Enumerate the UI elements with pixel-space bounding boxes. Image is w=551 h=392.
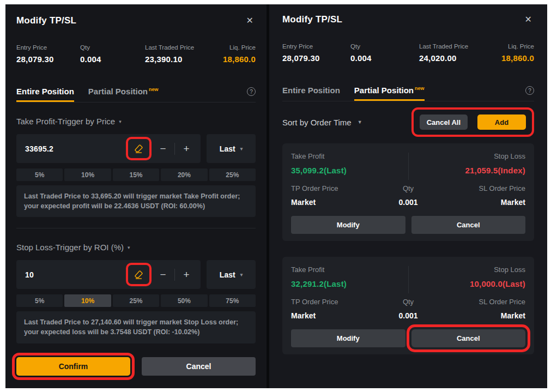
tp-order-price-block: TP Order Price Market — [291, 184, 368, 207]
stop-loss-trigger-value: 21,059.5(Index) — [465, 166, 525, 175]
cancel-order-button[interactable]: Cancel — [411, 216, 526, 234]
modify-tpsl-dialog-partial: Modify TP/SL ✕ Entry Price 28,079.30 Qty… — [269, 4, 547, 388]
close-icon[interactable]: ✕ — [244, 15, 256, 26]
sl-percent-75[interactable]: 75% — [209, 294, 256, 307]
take-profit-section-title[interactable]: Take Profit-Trigger by Price ▾ — [16, 117, 256, 126]
take-profit-trigger-value: 32,291.2(Last) — [291, 279, 347, 288]
help-icon[interactable]: ? — [247, 87, 256, 96]
stop-loss-note: Last Traded Price to 27,140.60 will trig… — [16, 311, 256, 343]
modify-tpsl-dialog-entire: Modify TP/SL ✕ Entry Price 28,079.30 Qty… — [5, 4, 267, 388]
triangle-down-icon: ▼ — [358, 119, 362, 125]
stop-loss-section-title[interactable]: Stop Loss-Trigger by ROI (%) ▾ — [16, 243, 256, 252]
tab-partial-position[interactable]: Partial Positionnew — [88, 87, 159, 102]
tp-percent-10[interactable]: 10% — [64, 168, 111, 181]
tp-order-price-block: TP Order Price Market — [291, 298, 368, 320]
tab-entire-position[interactable]: Entire Position — [282, 86, 340, 101]
stat-last-traded-price: Last Traded Price 23,390.10 — [145, 44, 223, 64]
new-badge: new — [149, 87, 159, 92]
tp-percent-25[interactable]: 25% — [209, 168, 256, 181]
decrement-button[interactable]: − — [156, 269, 169, 280]
qty-block: Qty 0.001 — [370, 184, 447, 207]
decrement-button[interactable]: − — [156, 143, 169, 154]
stop-loss-roi-field: − + — [16, 260, 201, 289]
tp-percent-20[interactable]: 20% — [161, 168, 207, 181]
annotation-box-eraser-tp — [126, 137, 152, 160]
modify-order-button[interactable]: Modify — [291, 216, 405, 234]
new-badge: new — [415, 86, 425, 91]
qty-block: Qty 0.001 — [370, 298, 447, 320]
eraser-icon[interactable] — [134, 269, 144, 280]
card-divider — [408, 266, 409, 293]
position-tabs: Entire Position Partial Positionnew ? — [16, 87, 256, 102]
take-profit-price-field: − + — [16, 134, 201, 163]
trigger-price-type-select-sl[interactable]: Last ▾ — [207, 260, 256, 289]
chevron-down-icon: ▾ — [240, 146, 243, 152]
cancel-order-button-annotated[interactable]: Cancel — [411, 329, 526, 347]
tab-partial-position[interactable]: Partial Positionnew — [354, 86, 425, 101]
take-profit-block: Take Profit 32,291.2(Last) — [291, 266, 347, 288]
stop-loss-trigger-value: 10,000.0(Last) — [470, 279, 525, 288]
stat-qty: Qty 0.004 — [80, 44, 145, 64]
increment-button[interactable]: + — [180, 269, 193, 280]
take-profit-block: Take Profit 35,099.2(Last) — [291, 152, 347, 175]
sl-percent-10-selected[interactable]: 10% — [64, 294, 111, 307]
dialog-title: Modify TP/SL — [16, 15, 76, 26]
chevron-down-icon: ▾ — [240, 272, 243, 278]
sl-percent-50[interactable]: 50% — [161, 294, 207, 307]
add-button[interactable]: Add — [477, 114, 526, 130]
confirm-button[interactable]: Confirm — [16, 357, 130, 376]
trigger-price-type-select-tp[interactable]: Last ▾ — [207, 134, 256, 163]
close-icon[interactable]: ✕ — [523, 14, 534, 25]
tab-entire-position[interactable]: Entire Position — [16, 87, 74, 102]
sl-percent-25[interactable]: 25% — [113, 294, 159, 307]
tp-percent-5[interactable]: 5% — [16, 168, 63, 181]
sl-order-price-block: SL Order Price Market — [448, 298, 525, 320]
sort-by-order-time-dropdown[interactable]: Sort by Order Time ▼ — [282, 118, 362, 127]
sl-percent-5[interactable]: 5% — [16, 294, 63, 307]
tp-percent-presets: 5% 10% 15% 20% 25% — [16, 168, 256, 181]
annotation-box-actions: Cancel All Add — [411, 107, 534, 137]
stat-entry-price: Entry Price 28,079.30 — [16, 44, 80, 64]
stepper-divider — [174, 269, 175, 281]
modify-order-button[interactable]: Modify — [291, 329, 405, 347]
card-divider — [408, 153, 409, 180]
cancel-button[interactable]: Cancel — [142, 357, 256, 376]
stop-loss-block: Stop Loss 21,059.5(Index) — [465, 152, 525, 175]
stop-loss-block: Stop Loss 10,000.0(Last) — [470, 266, 525, 288]
stat-liq-price: Liq. Price 18,860.0 — [223, 44, 256, 64]
stepper-divider — [174, 143, 175, 155]
chevron-down-icon: ▾ — [128, 245, 130, 250]
cancel-all-button[interactable]: Cancel All — [420, 114, 468, 130]
dialog-title: Modify TP/SL — [282, 14, 342, 25]
stat-qty: Qty 0.004 — [350, 43, 419, 63]
stat-entry-price: Entry Price 28,079.30 — [282, 43, 350, 63]
eraser-icon[interactable] — [134, 143, 144, 154]
stop-loss-roi-input[interactable] — [25, 270, 121, 279]
stat-last-traded-price: Last Traded Price 24,020.00 — [419, 43, 501, 63]
increment-button[interactable]: + — [180, 143, 193, 154]
tpsl-order-card-1: Take Profit 35,099.2(Last) Stop Loss 21,… — [282, 143, 534, 241]
section-divider — [16, 228, 256, 228]
position-stats: Entry Price 28,079.30 Qty 0.004 Last Tra… — [282, 43, 534, 63]
chevron-down-icon: ▾ — [119, 119, 122, 124]
tp-percent-15[interactable]: 15% — [113, 168, 159, 181]
position-stats: Entry Price 28,079.30 Qty 0.004 Last Tra… — [16, 44, 256, 64]
annotation-box-eraser-sl — [126, 263, 152, 286]
take-profit-price-input[interactable] — [25, 144, 121, 153]
take-profit-trigger-value: 35,099.2(Last) — [291, 166, 347, 175]
sl-percent-presets: 5% 10% 25% 50% 75% — [16, 294, 256, 307]
position-tabs: Entire Position Partial Positionnew ? — [282, 86, 534, 101]
tpsl-order-card-2: Take Profit 32,291.2(Last) Stop Loss 10,… — [282, 257, 534, 354]
help-icon[interactable]: ? — [525, 86, 534, 95]
stat-liq-price: Liq. Price 18,860.0 — [501, 43, 534, 63]
sl-order-price-block: SL Order Price Market — [448, 184, 525, 207]
take-profit-note: Last Traded Price to 33,695.20 will trig… — [16, 185, 256, 217]
